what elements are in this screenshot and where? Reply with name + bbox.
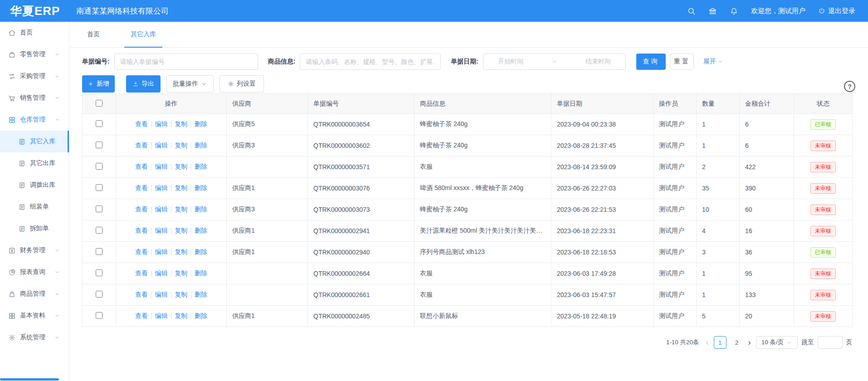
- date-range-input[interactable]: 开始时间 ~ 结束时间: [483, 54, 626, 70]
- page-number-2[interactable]: 2: [731, 336, 743, 349]
- row-checkbox[interactable]: [96, 248, 102, 255]
- doc-no-cell: QTRK00000002664: [308, 263, 414, 284]
- expand-link[interactable]: 展开: [703, 58, 723, 66]
- export-button[interactable]: 导出: [126, 75, 161, 93]
- edit-link[interactable]: 编辑: [155, 291, 168, 298]
- help-icon[interactable]: ?: [844, 81, 855, 92]
- delete-link[interactable]: 删除: [195, 227, 207, 234]
- page-number-1[interactable]: 1: [714, 336, 727, 349]
- product-info-input[interactable]: [300, 54, 441, 70]
- select-all-checkbox[interactable]: [96, 100, 102, 107]
- copy-link[interactable]: 复制: [175, 163, 187, 170]
- row-checkbox[interactable]: [96, 227, 102, 234]
- page-size-select[interactable]: 10 条/页: [756, 336, 798, 349]
- operator-cell: 测试用户: [653, 178, 697, 199]
- row-actions-cell: 查看|编辑|复制|删除: [116, 178, 227, 199]
- batch-actions-button[interactable]: 批量操作: [166, 75, 214, 93]
- edit-link[interactable]: 编辑: [155, 142, 168, 149]
- tab[interactable]: 首页: [81, 22, 106, 47]
- copy-link[interactable]: 复制: [175, 269, 187, 277]
- view-link[interactable]: 查看: [135, 184, 148, 191]
- sidebar-scrollbar-thumb[interactable]: [0, 378, 59, 381]
- next-page-button[interactable]: ›: [747, 338, 752, 347]
- search-icon[interactable]: [687, 7, 696, 15]
- sidebar-item[interactable]: 零售管理: [0, 44, 69, 65]
- copy-link[interactable]: 复制: [175, 120, 187, 127]
- jump-page-input[interactable]: [818, 336, 843, 349]
- copy-link[interactable]: 复制: [175, 205, 187, 213]
- tab-label: 首页: [87, 30, 100, 39]
- copy-link[interactable]: 复制: [175, 291, 187, 298]
- doc-no-input[interactable]: [114, 54, 258, 70]
- sidebar-item[interactable]: 首页: [0, 22, 69, 44]
- reset-button[interactable]: 重置: [670, 54, 694, 70]
- sidebar-item[interactable]: 报表查询: [0, 261, 69, 283]
- delete-link[interactable]: 删除: [195, 312, 207, 319]
- view-link[interactable]: 查看: [135, 248, 148, 255]
- row-checkbox[interactable]: [96, 184, 102, 191]
- row-checkbox[interactable]: [96, 142, 102, 148]
- copy-link[interactable]: 复制: [175, 142, 187, 149]
- sidebar-item[interactable]: 系统管理: [0, 327, 69, 348]
- sidebar-item[interactable]: 基本资料: [0, 305, 69, 327]
- bell-icon[interactable]: [730, 7, 738, 15]
- edit-link[interactable]: 编辑: [155, 205, 168, 213]
- row-checkbox[interactable]: [96, 312, 102, 319]
- prev-page-button[interactable]: ‹: [705, 338, 710, 347]
- sidebar-item[interactable]: 组装单: [0, 196, 69, 218]
- copy-link[interactable]: 复制: [175, 184, 187, 191]
- company-name: 南通某某网络科技有限公司: [76, 6, 169, 16]
- edit-link[interactable]: 编辑: [155, 227, 168, 234]
- view-link[interactable]: 查看: [135, 227, 148, 234]
- delete-link[interactable]: 删除: [195, 142, 207, 149]
- tab[interactable]: 其它入库: [124, 22, 162, 47]
- copy-link[interactable]: 复制: [175, 312, 187, 319]
- sidebar-item[interactable]: 采购管理: [0, 65, 69, 87]
- delete-link[interactable]: 删除: [195, 291, 207, 298]
- sidebar-item[interactable]: 调拨出库: [0, 174, 69, 196]
- edit-link[interactable]: 编辑: [155, 312, 168, 319]
- sidebar-item[interactable]: 其它入库: [0, 131, 69, 152]
- edit-link[interactable]: 编辑: [155, 248, 168, 255]
- sidebar-item[interactable]: 销售管理: [0, 87, 69, 109]
- delete-link[interactable]: 删除: [195, 205, 207, 213]
- edit-link[interactable]: 编辑: [155, 269, 168, 277]
- edit-link[interactable]: 编辑: [155, 120, 168, 127]
- view-link[interactable]: 查看: [135, 205, 148, 213]
- column-settings-button[interactable]: 列设置: [219, 75, 264, 93]
- copy-link[interactable]: 复制: [175, 248, 187, 255]
- row-checkbox[interactable]: [96, 291, 102, 298]
- row-checkbox[interactable]: [96, 120, 102, 127]
- sidebar-item-label: 仓库管理: [20, 116, 45, 124]
- sidebar-item[interactable]: 财务管理: [0, 239, 69, 261]
- row-checkbox[interactable]: [96, 163, 102, 170]
- delete-link[interactable]: 删除: [195, 163, 207, 170]
- delete-link[interactable]: 删除: [195, 120, 207, 127]
- delete-link[interactable]: 删除: [195, 248, 207, 255]
- delete-link[interactable]: 删除: [195, 184, 207, 191]
- view-link[interactable]: 查看: [135, 142, 148, 149]
- row-checkbox[interactable]: [96, 269, 102, 276]
- sidebar-item[interactable]: 拆卸单: [0, 218, 69, 239]
- logout-button[interactable]: 退出登录: [818, 7, 855, 15]
- copy-link[interactable]: 复制: [175, 227, 187, 234]
- sidebar-item[interactable]: 仓库管理: [0, 109, 69, 131]
- view-link[interactable]: 查看: [135, 163, 148, 170]
- date-cell: 2023-05-18 22:48:19: [551, 306, 653, 327]
- doc-no-cell: QTRK00000002941: [308, 220, 414, 242]
- view-link[interactable]: 查看: [135, 269, 148, 277]
- sidebar-item[interactable]: 商品管理: [0, 283, 69, 305]
- bank-icon[interactable]: [708, 7, 717, 15]
- delete-link[interactable]: 删除: [195, 269, 207, 277]
- edit-link[interactable]: 编辑: [155, 184, 168, 191]
- app-logo: 华夏ERP: [10, 3, 63, 19]
- add-button[interactable]: 新增: [82, 75, 115, 93]
- chevron-down-icon: [54, 269, 60, 275]
- row-checkbox[interactable]: [96, 205, 102, 212]
- sidebar-item[interactable]: 其它出库: [0, 152, 69, 174]
- search-button[interactable]: 查询: [636, 54, 666, 70]
- edit-link[interactable]: 编辑: [155, 163, 168, 170]
- view-link[interactable]: 查看: [135, 291, 148, 298]
- view-link[interactable]: 查看: [135, 120, 148, 127]
- view-link[interactable]: 查看: [135, 312, 148, 319]
